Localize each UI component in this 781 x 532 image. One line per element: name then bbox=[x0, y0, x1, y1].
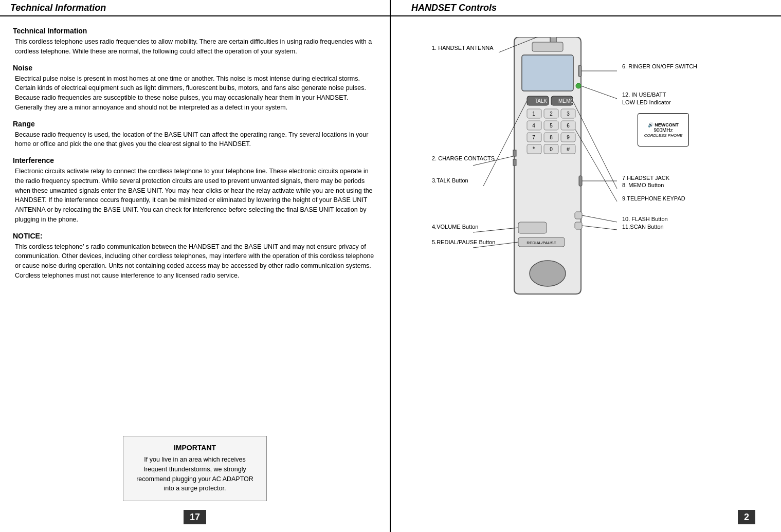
svg-rect-2 bbox=[522, 55, 573, 91]
svg-line-51 bbox=[582, 215, 617, 222]
svg-text:TALK: TALK bbox=[535, 98, 548, 104]
svg-text:2: 2 bbox=[550, 111, 553, 117]
label-ringer-switch: 6. RINGER ON/OFF SWITCH bbox=[622, 63, 697, 70]
svg-point-41 bbox=[576, 83, 581, 88]
right-header-title: HANDSET Controls bbox=[411, 3, 497, 13]
left-panel: Technical Information This cordless tele… bbox=[0, 16, 391, 532]
important-box: IMPORTANT If you live in an area which r… bbox=[123, 436, 267, 501]
brand-type: CORDLESS PHONE bbox=[644, 133, 683, 138]
svg-text:7: 7 bbox=[532, 135, 535, 140]
header-right: HANDSET Controls bbox=[391, 0, 781, 15]
svg-point-37 bbox=[530, 261, 566, 286]
left-header-title: Technical Information bbox=[10, 3, 106, 13]
svg-text:8: 8 bbox=[550, 135, 553, 140]
section-range-title: Range bbox=[13, 120, 377, 128]
important-box-title: IMPORTANT bbox=[133, 444, 257, 452]
brand-logo-icon: 🔊 bbox=[648, 122, 653, 127]
section-noise-title: Noise bbox=[13, 64, 377, 72]
label-talk-button: 3.TALK Button bbox=[432, 177, 468, 184]
brand-logo: 🔊 NEWCONT bbox=[648, 122, 679, 127]
svg-text:3: 3 bbox=[567, 111, 570, 117]
label-flash-button: 10. FLASH Button bbox=[622, 216, 668, 222]
svg-line-53 bbox=[581, 86, 617, 99]
brand-box: 🔊 NEWCONT 900MHz CORDLESS PHONE bbox=[638, 113, 689, 146]
svg-text:*: * bbox=[533, 145, 535, 153]
main-content: Technical Information This cordless tele… bbox=[0, 16, 781, 532]
section-noise: Noise Electrical pulse noise is present … bbox=[13, 64, 377, 113]
svg-rect-34 bbox=[518, 222, 547, 233]
svg-text:6: 6 bbox=[567, 123, 570, 129]
brand-freq: 900MHz bbox=[653, 127, 673, 133]
page-number-right: 2 bbox=[738, 512, 755, 523]
svg-rect-38 bbox=[578, 65, 582, 77]
section-noise-text: Electrical pulse noise is present in mos… bbox=[13, 74, 377, 113]
svg-rect-40 bbox=[575, 222, 582, 229]
section-range-text: Because radio frequency is used, the loc… bbox=[13, 130, 377, 150]
section-notice: NOTICE: This cordless telephone’ s radio… bbox=[13, 232, 377, 281]
svg-text:0: 0 bbox=[550, 146, 553, 152]
label-volume-button: 4.VOLUME Button bbox=[432, 224, 479, 230]
svg-text:4: 4 bbox=[532, 123, 535, 129]
svg-text:REDIAL/PAUSE: REDIAL/PAUSE bbox=[526, 241, 556, 245]
svg-line-52 bbox=[582, 226, 617, 230]
svg-line-50 bbox=[575, 130, 617, 201]
svg-rect-1 bbox=[532, 42, 563, 51]
svg-rect-39 bbox=[575, 212, 582, 219]
label-scan-button: 11.SCAN Button bbox=[622, 224, 664, 230]
section-range: Range Because radio frequency is used, t… bbox=[13, 120, 377, 150]
label-headset-jack: 7.HEADSET JACK bbox=[622, 175, 669, 181]
label-redial-button: 5.REDIAL/PAUSE Button bbox=[432, 239, 495, 245]
svg-text:1: 1 bbox=[532, 111, 535, 117]
section-interference-text: Electronic circuits activate relay to co… bbox=[13, 167, 377, 225]
label-handset-antenna: 1. HANDSET ANTENNA bbox=[432, 45, 494, 51]
svg-line-45 bbox=[473, 228, 518, 232]
label-telephone-keypad: 9.TELEPHONE KEYPAD bbox=[622, 195, 685, 201]
svg-text:#: # bbox=[567, 146, 570, 152]
label-in-use-batt-text: 12. IN USE/BATT LOW LED Indicator bbox=[622, 91, 671, 105]
svg-text:5: 5 bbox=[550, 123, 553, 129]
section-tech-info-title: Technical Information bbox=[13, 27, 377, 35]
svg-rect-3 bbox=[513, 150, 516, 156]
section-notice-text: This cordless telephone’ s radio communi… bbox=[13, 242, 377, 281]
section-interference: Interference Electronic circuits activat… bbox=[13, 156, 377, 225]
page-badge-17: 17 bbox=[184, 510, 206, 524]
label-charge-contacts: 2. CHARGE CONTACTS bbox=[432, 155, 495, 161]
section-notice-title: NOTICE: bbox=[13, 232, 377, 240]
handset-diagram-svg: TALK MEMO 1 2 3 4 5 bbox=[432, 37, 679, 309]
right-panel: TALK MEMO 1 2 3 4 5 bbox=[391, 16, 781, 532]
section-tech-info: Technical Information This cordless tele… bbox=[13, 27, 377, 57]
important-box-text: If you live in an area which receives fr… bbox=[133, 455, 257, 493]
page-number-left: 17 bbox=[184, 512, 206, 523]
label-in-use-batt: 12. IN USE/BATT LOW LED Indicator bbox=[622, 91, 671, 107]
phone-diagram: TALK MEMO 1 2 3 4 5 bbox=[432, 37, 740, 304]
svg-text:9: 9 bbox=[567, 135, 570, 140]
section-tech-info-text: This cordless telephone uses radio frequ… bbox=[13, 37, 377, 57]
label-memo-button: 8. MEMO Button bbox=[622, 182, 664, 188]
label-ringer-switch-text: 6. RINGER ON/OFF SWITCH bbox=[622, 63, 697, 69]
page-badge-2: 2 bbox=[738, 510, 755, 524]
svg-rect-5 bbox=[579, 176, 582, 186]
section-interference-title: Interference bbox=[13, 156, 377, 164]
svg-rect-4 bbox=[513, 159, 516, 166]
svg-text:MEMO: MEMO bbox=[558, 98, 574, 104]
header-left: Technical Information bbox=[0, 0, 391, 15]
brand-name: NEWCONT bbox=[655, 122, 679, 127]
header-bar: Technical Information HANDSET Controls bbox=[0, 0, 781, 16]
